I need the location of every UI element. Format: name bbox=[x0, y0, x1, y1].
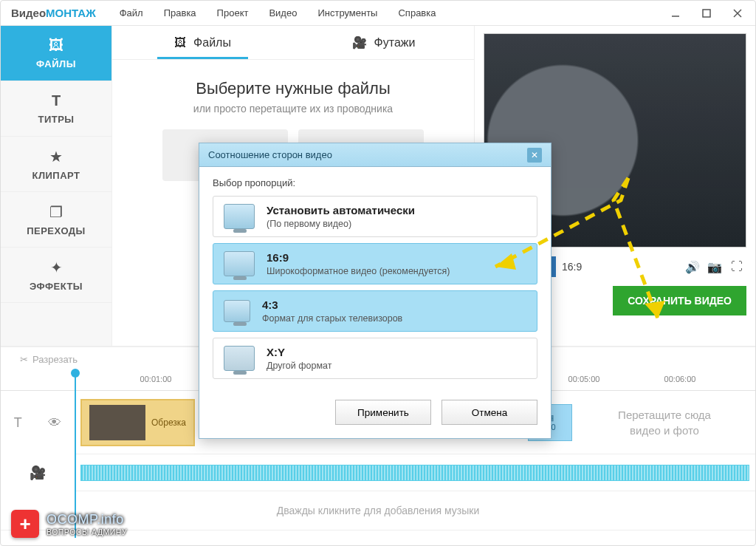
sidebar-effects[interactable]: ✦ ЭФФЕКТЫ bbox=[1, 248, 111, 303]
app-logo: ВидеоМОНТАЖ bbox=[4, 7, 103, 19]
snapshot-icon[interactable]: 📷 bbox=[705, 257, 724, 276]
sidebar-label: ПЕРЕХОДЫ bbox=[27, 225, 86, 236]
aspect-ratio-dialog: Соотношение сторон видео ✕ Выбор пропорц… bbox=[199, 143, 551, 439]
site-watermark: + OCOMP.info ВОПРОСЫ АДМИНУ bbox=[11, 510, 127, 538]
sidebar-titles[interactable]: T ТИТРЫ bbox=[1, 81, 111, 137]
menu-edit[interactable]: Правка bbox=[155, 3, 205, 23]
option-4-3[interactable]: 4:3 Формат для старых телевизоров bbox=[213, 290, 537, 332]
sidebar-label: КЛИПАРТ bbox=[32, 170, 80, 181]
monitor-icon bbox=[224, 204, 255, 229]
wand-icon: ✦ bbox=[50, 259, 63, 276]
layers-icon: ❐ bbox=[49, 203, 63, 221]
sidebar-label: ТИТРЫ bbox=[38, 114, 74, 125]
ruler-tick: 00:06:00 bbox=[664, 375, 696, 383]
tab-footage[interactable]: 🎥 Футажи bbox=[293, 26, 474, 59]
apply-button[interactable]: Применить bbox=[335, 400, 431, 425]
menu-project[interactable]: Проект bbox=[208, 3, 258, 23]
option-title: Установить автоматически bbox=[267, 204, 415, 216]
track-head-video: 🎥 bbox=[1, 454, 75, 491]
sidebar-label: ФАЙЛЫ bbox=[36, 58, 76, 69]
window-maximize[interactable] bbox=[692, 3, 721, 24]
option-sub: Формат для старых телевизоров bbox=[262, 313, 402, 324]
scissors-icon: ✂ bbox=[20, 354, 28, 365]
dialog-label: Выбор пропорций: bbox=[213, 177, 537, 188]
tab-label: Футажи bbox=[374, 36, 416, 50]
window-close[interactable] bbox=[723, 3, 752, 24]
sidebar-label: ЭФФЕКТЫ bbox=[30, 281, 83, 292]
drop-subtitle: или просто перетащите их из проводника bbox=[134, 103, 452, 115]
tab-label: Файлы bbox=[193, 36, 231, 50]
cut-button[interactable]: ✂ Разрезать bbox=[20, 354, 78, 365]
window-minimize[interactable] bbox=[661, 3, 690, 24]
dialog-title: Соотношение сторон видео bbox=[208, 149, 332, 160]
option-16-9[interactable]: 16:9 Широкоформатное видео (рекомендуетс… bbox=[213, 243, 537, 284]
drop-title: Выберите нужные файлы bbox=[134, 79, 452, 98]
cancel-button[interactable]: Отмена bbox=[441, 400, 537, 425]
camera-icon: 🎥 bbox=[352, 35, 367, 50]
left-sidebar: 🖼 ФАЙЛЫ T ТИТРЫ ★ КЛИПАРТ ❐ ПЕРЕХОДЫ ✦ Э… bbox=[1, 26, 111, 346]
menu-video[interactable]: Видео bbox=[260, 3, 306, 23]
menu-tools[interactable]: Инструменты bbox=[309, 3, 386, 23]
camera-track-icon[interactable]: 🎥 bbox=[30, 465, 46, 481]
star-icon: ★ bbox=[49, 148, 63, 165]
clip-label: Обрезка bbox=[151, 417, 186, 428]
dialog-close-button[interactable]: ✕ bbox=[527, 148, 542, 163]
visibility-icon[interactable]: 👁 bbox=[48, 415, 61, 431]
option-title: 16:9 bbox=[267, 251, 289, 264]
monitor-wide-icon bbox=[224, 251, 255, 276]
text-track-icon[interactable]: T bbox=[14, 415, 22, 431]
option-title: 4:3 bbox=[262, 298, 278, 311]
main-menu: Файл Правка Проект Видео Инструменты Спр… bbox=[111, 3, 445, 23]
ruler-tick: 00:01:00 bbox=[140, 375, 172, 383]
clip-thumbnail bbox=[89, 405, 145, 440]
sidebar-transitions[interactable]: ❐ ПЕРЕХОДЫ bbox=[1, 192, 111, 248]
menu-file[interactable]: Файл bbox=[111, 3, 152, 23]
image-icon: 🖼 bbox=[49, 37, 63, 54]
video-clip[interactable]: Обрезка bbox=[80, 399, 195, 446]
cut-label: Разрезать bbox=[32, 354, 78, 365]
fullscreen-icon[interactable]: ⛶ bbox=[727, 257, 746, 276]
track-head-text: T 👁 bbox=[1, 391, 75, 454]
option-custom[interactable]: X:Y Другой формат bbox=[213, 338, 537, 379]
monitor-43-icon bbox=[224, 300, 250, 322]
sidebar-files[interactable]: 🖼 ФАЙЛЫ bbox=[1, 26, 111, 81]
ruler-tick: 00:05:00 bbox=[568, 375, 600, 383]
option-sub: Другой формат bbox=[267, 361, 331, 371]
aspect-ratio-label[interactable]: 16:9 bbox=[562, 261, 582, 273]
save-video-button[interactable]: СОХРАНИТЬ ВИДЕО bbox=[613, 286, 746, 315]
option-title: X:Y bbox=[267, 346, 285, 358]
watermark-badge: + bbox=[11, 510, 39, 538]
volume-icon[interactable]: 🔊 bbox=[683, 257, 702, 276]
monitor-custom-icon bbox=[224, 346, 255, 371]
option-auto[interactable]: Установить автоматически (По первому вид… bbox=[213, 196, 537, 237]
menu-help[interactable]: Справка bbox=[389, 3, 444, 23]
tab-files[interactable]: 🖼 Файлы bbox=[112, 26, 293, 59]
svg-rect-1 bbox=[703, 10, 710, 17]
text-icon: T bbox=[52, 92, 61, 109]
option-sub: (По первому видео) bbox=[267, 219, 415, 229]
sidebar-clipart[interactable]: ★ КЛИПАРТ bbox=[1, 137, 111, 192]
audio-waveform[interactable] bbox=[80, 465, 749, 481]
pictures-icon: 🖼 bbox=[174, 36, 186, 50]
option-sub: Широкоформатное видео (рекомендуется) bbox=[267, 266, 450, 276]
drop-media-hint[interactable]: Перетащите сюда видео и фото bbox=[580, 407, 749, 438]
